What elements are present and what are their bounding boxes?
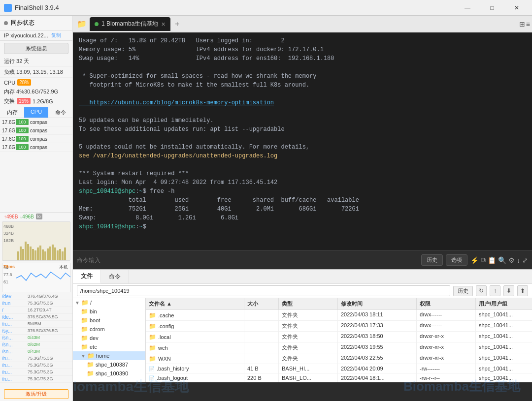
terminal-line: *** System restart required *** (79, 169, 526, 178)
terminal-line (79, 134, 526, 143)
col-modified[interactable]: 修改时间 (338, 298, 417, 309)
tree-item-root[interactable]: ▼ 📁 / (73, 298, 145, 307)
copy-icon[interactable]: ⧉ (481, 256, 486, 264)
latency-chart: 94 77.5 61 本机 78ms (2, 263, 70, 292)
terminal-line: Swap: 8.0Gi 1.2Gi 6.8Gi (79, 214, 526, 222)
table-row[interactable]: 📄.bash_history 41 B BASH_HI... 2022/04/0… (146, 364, 532, 373)
svg-rect-6 (32, 249, 34, 260)
search-icon[interactable]: 🔍 (498, 256, 506, 264)
svg-rect-9 (39, 246, 41, 260)
table-row[interactable]: 📁wch 文件夹 2022/04/03 19:55 drwxr-xr-x shp… (146, 342, 532, 353)
active-tab[interactable]: 1 Biomamba生信基地 × (90, 17, 170, 31)
maximize-button[interactable]: □ (481, 0, 503, 16)
mem-chart: 468B 324B 162B (2, 221, 70, 261)
proc-name: compas (30, 128, 70, 133)
add-tab-button[interactable]: + (171, 18, 183, 30)
file-browser: ▼ 📁 / 📁 bin 📁 boot 📁 cdrom (73, 298, 532, 382)
tree-label: shpc_100390 (96, 370, 128, 376)
tree-item-etc[interactable]: 📁 etc (73, 342, 145, 351)
app-icon (4, 4, 12, 12)
col-size[interactable]: 大小 (244, 298, 279, 309)
history-button[interactable]: 历史 (421, 254, 443, 266)
tree-item-shpc100387[interactable]: 📁 shpc_100387 (73, 360, 145, 369)
svg-rect-7 (34, 250, 36, 260)
tab-mem[interactable]: 内存 (0, 107, 24, 118)
table-row[interactable]: 📁.cache 文件夹 2022/04/03 18:11 drwx------ … (146, 310, 532, 321)
lightning-icon[interactable]: ⚡ (470, 256, 479, 264)
tree-item-shpc100390[interactable]: 📁 shpc_100390 (73, 369, 145, 378)
tab-cpu[interactable]: CPU (24, 107, 48, 118)
upgrade-button[interactable]: 激活/升级 (4, 389, 68, 399)
title-bar: FinalShell 3.9.4 — □ ✕ (0, 0, 532, 16)
tree-item-home[interactable]: ▼ 📁 home (73, 351, 145, 360)
bottom-tab-cmd[interactable]: 命令 (101, 270, 129, 283)
list-item: /sn...0/43M (0, 348, 72, 355)
tree-item-dev[interactable]: 📁 dev (73, 334, 145, 342)
terminal-line: shpc_100419@shpc:~$ (79, 222, 526, 231)
tab-close-button[interactable]: × (161, 20, 165, 28)
list-item: /sy...376.5G/376.5G (0, 328, 72, 335)
net-label: lo (36, 214, 42, 219)
folder-icon: 📁 (81, 308, 88, 315)
path-input[interactable] (77, 285, 450, 296)
sys-info-button[interactable]: 系统信息 (4, 43, 68, 54)
option-button[interactable]: 选项 (446, 254, 467, 266)
download-icon[interactable]: ↓ (517, 256, 520, 264)
paste-icon[interactable]: 📋 (488, 256, 496, 264)
col-owner[interactable]: 用户/用户组 (476, 298, 532, 309)
mem-row: 内存 4%30.6G/752.9G (0, 87, 72, 96)
bottom-toolbar: 历史 ↻ ↑ ⬇ ⬆ (73, 284, 532, 298)
list-item: /ru...75.3G/75.3G (0, 369, 72, 376)
proc-cpu-bar: 100 (16, 119, 29, 125)
terminal-line: shpc_100419@shpc:~$ free -h (79, 187, 526, 196)
net-down: ↓496B (20, 214, 33, 219)
table-row[interactable]: 📁WXN 文件夹 2022/04/03 22:55 drwxr-xr-x shp… (146, 353, 532, 364)
command-input[interactable] (77, 257, 418, 264)
history-path-button[interactable]: 历史 (453, 286, 473, 296)
folder-icon[interactable]: 📁 (75, 17, 89, 31)
sync-label: 同步状态 (11, 19, 34, 27)
folder-icon: 📁 (149, 334, 156, 340)
sidebar: 同步状态 IP xiyoucloud.22... 复制 系统信息 运行 32 天… (0, 16, 73, 401)
copy-ip-button[interactable]: 复制 (50, 32, 62, 39)
refresh-button[interactable]: ↻ (476, 285, 487, 296)
terminal-line: Usage of /: 15.8% of 20.42TB Users logge… (79, 36, 526, 45)
close-button[interactable]: ✕ (505, 0, 528, 16)
bottom-tab-files[interactable]: 文件 (73, 270, 101, 283)
svg-rect-5 (30, 247, 32, 260)
proc-mem: 17.6G (2, 128, 16, 133)
table-row[interactable]: 📄.bash_logout 220 B BASH_LO... 2022/04/0… (146, 373, 532, 382)
svg-rect-4 (27, 244, 29, 260)
table-row[interactable]: 📁.local 文件夹 2022/04/03 18:50 drwxr-xr-x … (146, 332, 532, 342)
col-perm[interactable]: 权限 (417, 298, 476, 309)
terminal-line: see /var/log/unattended-upgrades/unatten… (79, 152, 526, 160)
list-item: 17.6G 100 compas (0, 135, 72, 143)
tree-label: boot (90, 317, 100, 323)
download-button[interactable]: ⬇ (503, 285, 514, 296)
cpu-badge: 28% (17, 79, 31, 86)
folder-icon: 📁 (81, 326, 88, 333)
tab-bar-right: ⊞ ≡ (519, 20, 530, 28)
terminal-line: 59 updates can be applied immediately. (79, 116, 526, 125)
svg-rect-1 (20, 247, 22, 260)
tab-cmd[interactable]: 命令 (48, 107, 72, 118)
list-view-icon[interactable]: ≡ (526, 20, 530, 28)
table-row[interactable]: 📁.config 文件夹 2022/04/03 17:33 drwx------… (146, 321, 532, 332)
expand-icon[interactable]: ⤢ (522, 256, 528, 264)
list-item: /sn...0/62M (0, 341, 72, 348)
tree-item-cdrom[interactable]: 📁 cdrom (73, 325, 145, 334)
col-name[interactable]: 文件名 ▲ (146, 298, 244, 309)
upload-button[interactable]: ⬆ (517, 285, 528, 296)
tree-item-bin[interactable]: 📁 bin (73, 307, 145, 316)
list-item: /sn...0/43M (0, 335, 72, 341)
tree-label: etc (90, 344, 97, 350)
bottom-tab-bar: 文件 命令 (73, 270, 532, 284)
col-type[interactable]: 类型 (279, 298, 338, 309)
settings-icon[interactable]: ⚙ (508, 256, 515, 264)
tree-item-boot[interactable]: 📁 boot (73, 316, 145, 325)
grid-view-icon[interactable]: ⊞ (519, 20, 525, 28)
sync-status-row: 同步状态 (0, 16, 72, 31)
svg-rect-18 (62, 251, 64, 260)
minimize-button[interactable]: — (456, 0, 479, 16)
up-dir-button[interactable]: ↑ (490, 285, 500, 296)
